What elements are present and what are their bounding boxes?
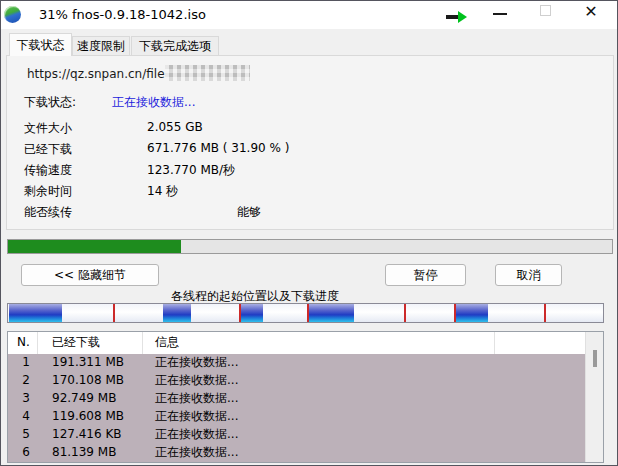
- download-url: https://qz.snpan.cn/file: [27, 67, 165, 81]
- window-title: 31% fnos-0.9.18-1042.iso: [39, 7, 206, 22]
- cell-thread-number: 3: [8, 390, 38, 408]
- thread-segment: [241, 304, 263, 322]
- thread-start-marker: [544, 304, 546, 322]
- table-row[interactable]: 4119.608 MB正在接收数据...: [8, 408, 585, 426]
- column-header-downloaded[interactable]: 已经下载: [38, 332, 143, 354]
- table-row[interactable]: 1191.311 MB正在接收数据...: [8, 354, 585, 372]
- minimize-button[interactable]: [493, 13, 507, 15]
- field-time-remaining: 剩余时间 14 秒: [24, 183, 72, 200]
- pause-button[interactable]: 暂停: [385, 264, 466, 286]
- table-body: 1191.311 MB正在接收数据...2170.108 MB正在接收数据...…: [8, 354, 585, 462]
- field-value: 671.776 MB ( 31.90 % ): [147, 141, 289, 155]
- column-header-n[interactable]: N.: [8, 332, 38, 354]
- tab-completion-options[interactable]: 下载完成选项: [131, 36, 219, 56]
- cell-downloaded: 170.108 MB: [38, 372, 124, 390]
- download-state-row: 下载状态: 正在接收数据...: [24, 94, 76, 111]
- cell-info: 正在接收数据...: [143, 444, 238, 462]
- thread-segment: [308, 304, 354, 322]
- field-label: 文件大小: [24, 121, 72, 135]
- field-downloaded: 已经下载 671.776 MB ( 31.90 % ): [24, 141, 72, 158]
- progress-fill: [8, 240, 181, 253]
- tab-speed-limit[interactable]: 速度限制: [72, 36, 130, 56]
- field-value: 123.770 MB/秒: [147, 162, 235, 179]
- cell-thread-number: 1: [8, 354, 38, 372]
- download-state-label: 下载状态:: [24, 95, 76, 109]
- cell-info: 正在接收数据...: [143, 426, 238, 444]
- maximize-button[interactable]: [540, 5, 551, 16]
- cell-thread-number: 4: [8, 408, 38, 426]
- field-file-size: 文件大小 2.055 GB: [24, 120, 72, 137]
- cell-downloaded: 92.749 MB: [38, 390, 116, 408]
- field-label: 传输速度: [24, 163, 72, 177]
- cell-thread-number: 5: [8, 426, 38, 444]
- column-header-info[interactable]: 信息: [143, 332, 495, 354]
- column-header-empty: [495, 332, 585, 354]
- cell-thread-number: 2: [8, 372, 38, 390]
- cell-info: 正在接收数据...: [143, 372, 238, 390]
- table-row[interactable]: 392.749 MB正在接收数据...: [8, 390, 585, 408]
- field-value: 2.055 GB: [147, 120, 203, 134]
- field-value: 能够: [237, 204, 261, 221]
- scrollbar-thumb[interactable]: [593, 350, 597, 367]
- overall-progress-bar: [7, 239, 613, 254]
- field-label: 已经下载: [24, 142, 72, 156]
- status-tab-panel: https://qz.snpan.cn/file 下载状态: 正在接收数据...…: [6, 55, 614, 230]
- download-state-value: 正在接收数据...: [112, 94, 195, 111]
- field-transfer-speed: 传输速度 123.770 MB/秒: [24, 162, 72, 179]
- table-row[interactable]: 2170.108 MB正在接收数据...: [8, 372, 585, 390]
- thread-start-marker: [404, 304, 406, 322]
- tab-download-status[interactable]: 下载状态: [9, 33, 72, 56]
- table-row[interactable]: 5127.416 KB正在接收数据...: [8, 426, 585, 444]
- cell-info: 正在接收数据...: [143, 390, 238, 408]
- thread-segment: [163, 304, 191, 322]
- table-row[interactable]: 681.139 MB正在接收数据...: [8, 444, 585, 462]
- threads-progress-bar: [7, 303, 604, 323]
- table-scrollbar[interactable]: [585, 332, 603, 462]
- thread-start-marker: [113, 304, 115, 322]
- download-dialog: 31% fnos-0.9.18-1042.iso ✕ 下载状态 速度限制 下载完…: [0, 0, 618, 466]
- cell-thread-number: 6: [8, 444, 38, 462]
- thread-start-marker: [454, 304, 456, 322]
- threads-table: N. 已经下载 信息 1191.311 MB正在接收数据...2170.108 …: [7, 331, 604, 463]
- field-label: 剩余时间: [24, 184, 72, 198]
- cell-downloaded: 81.139 MB: [38, 444, 116, 462]
- field-label: 能否续传: [24, 205, 72, 219]
- redacted-url-blur: [165, 65, 250, 81]
- title-bar: 31% fnos-0.9.18-1042.iso ✕: [1, 1, 617, 29]
- field-value: 14 秒: [147, 183, 178, 200]
- cell-downloaded: 119.608 MB: [38, 408, 124, 426]
- cell-downloaded: 127.416 KB: [38, 426, 122, 444]
- table-header: N. 已经下载 信息: [8, 332, 585, 354]
- app-icon: [4, 6, 21, 23]
- arrow-head: [458, 11, 467, 23]
- thread-segment: [9, 304, 62, 322]
- thread-segment: [455, 304, 488, 322]
- cell-info: 正在接收数据...: [143, 408, 238, 426]
- thread-start-marker: [307, 304, 309, 322]
- thread-start-marker: [239, 304, 241, 322]
- download-activity-arrow-icon: [446, 11, 470, 23]
- field-resumable: 能否续传 能够: [24, 204, 72, 221]
- hide-details-button[interactable]: << 隐藏细节: [21, 264, 159, 286]
- cell-downloaded: 191.311 MB: [38, 354, 124, 372]
- cell-info: 正在接收数据...: [143, 354, 238, 372]
- cancel-button[interactable]: 取消: [495, 264, 562, 286]
- close-button[interactable]: ✕: [581, 1, 601, 23]
